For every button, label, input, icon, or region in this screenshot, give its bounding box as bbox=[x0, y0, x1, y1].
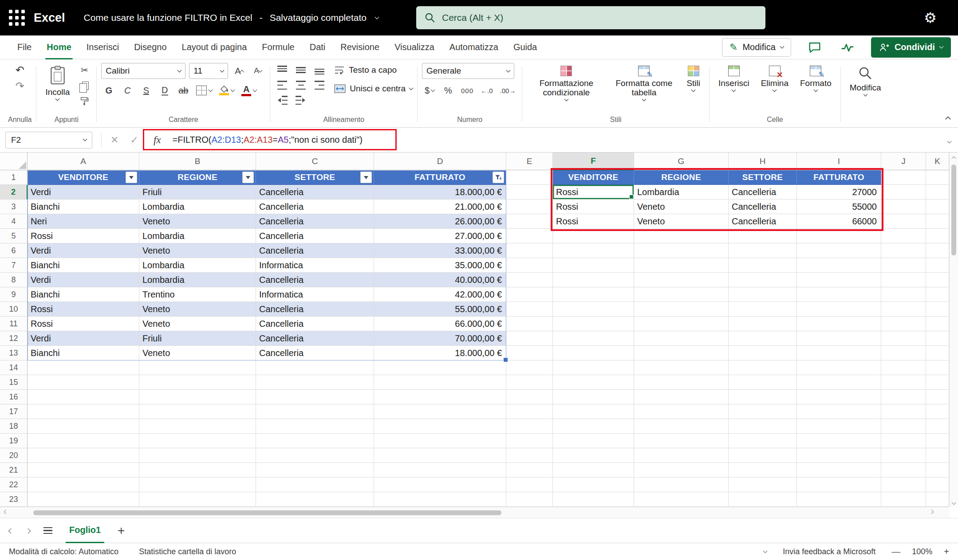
cell-B8[interactable]: Lombardia bbox=[139, 273, 256, 287]
cell-H20[interactable] bbox=[729, 448, 797, 463]
cell-D4[interactable]: 26.000,00 € bbox=[374, 214, 506, 229]
cell-J3[interactable] bbox=[881, 200, 926, 214]
cell-F8[interactable] bbox=[553, 273, 634, 287]
cell-F12[interactable] bbox=[553, 331, 634, 346]
cell-A18[interactable] bbox=[28, 419, 139, 434]
cell-F16[interactable] bbox=[553, 390, 634, 404]
cell-C12[interactable]: Cancelleria bbox=[256, 331, 374, 346]
cell-I22[interactable] bbox=[797, 478, 881, 492]
merge-center-button[interactable]: Unisci e centra bbox=[334, 82, 413, 96]
cell-B20[interactable] bbox=[139, 448, 256, 463]
cell-D3[interactable]: 21.000,00 € bbox=[374, 200, 506, 214]
confirm-entry-button[interactable]: ✓ bbox=[130, 134, 138, 146]
row-header-16[interactable]: 16 bbox=[0, 390, 28, 404]
row-header-8[interactable]: 8 bbox=[0, 273, 28, 287]
cell-H6[interactable] bbox=[729, 243, 797, 258]
cell-G2[interactable]: Lombardia bbox=[634, 185, 729, 200]
cell-H19[interactable] bbox=[729, 434, 797, 448]
zoom-out-button[interactable]: — bbox=[891, 547, 900, 557]
cell-G4[interactable]: Veneto bbox=[634, 214, 729, 229]
cell-B4[interactable]: Veneto bbox=[139, 214, 256, 229]
cell-B21[interactable] bbox=[139, 463, 256, 478]
feedback-link[interactable]: Invia feedback a Microsoft bbox=[783, 547, 875, 556]
cell-C23[interactable] bbox=[256, 492, 374, 507]
cell-I2[interactable]: 27000 bbox=[797, 185, 881, 200]
cell-J8[interactable] bbox=[881, 273, 926, 287]
cell-D15[interactable] bbox=[374, 375, 506, 390]
cell-D23[interactable] bbox=[374, 492, 506, 507]
cell-D19[interactable] bbox=[374, 434, 506, 448]
cell-D18[interactable] bbox=[374, 419, 506, 434]
cell-K16[interactable] bbox=[926, 390, 949, 404]
sheet-tab-foglio1[interactable]: Foglio1 bbox=[66, 518, 104, 543]
cell-D2[interactable]: 18.000,00 € bbox=[374, 185, 506, 200]
row-header-12[interactable]: 12 bbox=[0, 331, 28, 346]
cell-G20[interactable] bbox=[634, 448, 729, 463]
cell-I5[interactable] bbox=[797, 229, 881, 243]
cell-K1[interactable] bbox=[926, 170, 949, 185]
cell-J11[interactable] bbox=[881, 317, 926, 331]
indent-decrease-icon[interactable] bbox=[275, 93, 290, 107]
row-header-10[interactable]: 10 bbox=[0, 302, 28, 317]
cell-H9[interactable] bbox=[729, 287, 797, 302]
cell-J2[interactable] bbox=[881, 185, 926, 200]
cell-E6[interactable] bbox=[506, 243, 553, 258]
cell-D22[interactable] bbox=[374, 478, 506, 492]
workbook-stats-button[interactable]: Statistiche cartella di lavoro bbox=[139, 547, 236, 556]
number-format-select[interactable]: Generale bbox=[422, 63, 514, 79]
font-name-select[interactable]: Calibri bbox=[101, 63, 185, 79]
format-cells-button[interactable]: ✎ Formato bbox=[796, 63, 836, 92]
cell-E12[interactable] bbox=[506, 331, 553, 346]
cell-A23[interactable] bbox=[28, 492, 139, 507]
strikethrough-button[interactable]: ab bbox=[176, 83, 191, 98]
italic-button[interactable]: C bbox=[120, 83, 135, 98]
cell-D5[interactable]: 27.000,00 € bbox=[374, 229, 506, 243]
cell-K10[interactable] bbox=[926, 302, 949, 317]
percent-button[interactable]: % bbox=[441, 83, 456, 98]
cell-I10[interactable] bbox=[797, 302, 881, 317]
cell-G3[interactable]: Veneto bbox=[634, 200, 729, 214]
previous-sheet-button[interactable] bbox=[9, 527, 13, 535]
cell-A9[interactable]: Bianchi bbox=[28, 287, 139, 302]
cell-H16[interactable] bbox=[729, 390, 797, 404]
row-header-9[interactable]: 9 bbox=[0, 287, 28, 302]
row-header-3[interactable]: 3 bbox=[0, 200, 28, 214]
tab-guida[interactable]: Guida bbox=[506, 35, 544, 59]
cell-J19[interactable] bbox=[881, 434, 926, 448]
cell-K13[interactable] bbox=[926, 346, 949, 360]
cell-E4[interactable] bbox=[506, 214, 553, 229]
cell-K2[interactable] bbox=[926, 185, 949, 200]
cell-J20[interactable] bbox=[881, 448, 926, 463]
cell-E20[interactable] bbox=[506, 448, 553, 463]
cell-E15[interactable] bbox=[506, 375, 553, 390]
search-box[interactable]: Cerca (Alt + X) bbox=[416, 6, 765, 29]
cell-C15[interactable] bbox=[256, 375, 374, 390]
cell-C5[interactable]: Cancelleria bbox=[256, 229, 374, 243]
cell-K9[interactable] bbox=[926, 287, 949, 302]
cell-I17[interactable] bbox=[797, 404, 881, 419]
scroll-up-icon[interactable] bbox=[952, 157, 956, 161]
cell-E9[interactable] bbox=[506, 287, 553, 302]
cell-H21[interactable] bbox=[729, 463, 797, 478]
cell-B13[interactable]: Veneto bbox=[139, 346, 256, 360]
cell-G16[interactable] bbox=[634, 390, 729, 404]
fill-color-button[interactable] bbox=[217, 83, 236, 98]
column-header-K[interactable]: K bbox=[926, 153, 949, 170]
row-header-22[interactable]: 22 bbox=[0, 478, 28, 492]
tab-inserisci[interactable]: Inserisci bbox=[79, 35, 126, 59]
cell-J15[interactable] bbox=[881, 375, 926, 390]
editing-button[interactable]: Modifica bbox=[845, 63, 886, 97]
cell-H10[interactable] bbox=[729, 302, 797, 317]
cell-I19[interactable] bbox=[797, 434, 881, 448]
settings-button[interactable]: ⚙ bbox=[924, 0, 937, 35]
cell-A20[interactable] bbox=[28, 448, 139, 463]
cell-E19[interactable] bbox=[506, 434, 553, 448]
cell-F20[interactable] bbox=[553, 448, 634, 463]
name-box[interactable]: F2 bbox=[5, 132, 92, 149]
cell-F10[interactable] bbox=[553, 302, 634, 317]
cell-G22[interactable] bbox=[634, 478, 729, 492]
cell-H5[interactable] bbox=[729, 229, 797, 243]
cell-I16[interactable] bbox=[797, 390, 881, 404]
cell-F19[interactable] bbox=[553, 434, 634, 448]
horizontal-scroll-thumb[interactable] bbox=[33, 510, 501, 515]
